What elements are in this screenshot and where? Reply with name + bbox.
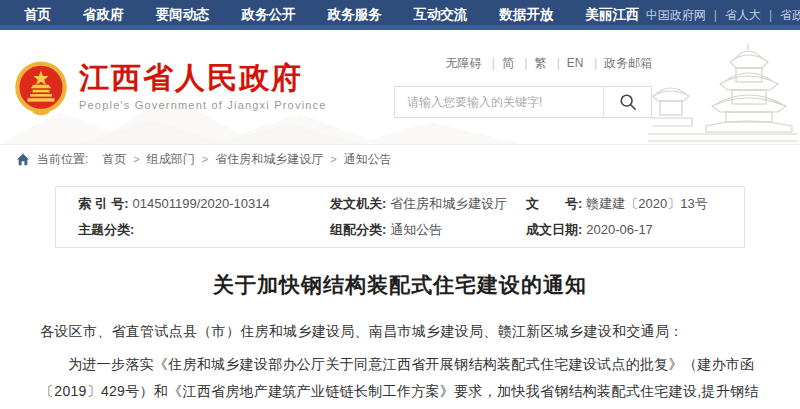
- site-header: 江西省人民政府 People's Government of Jiangxi P…: [0, 30, 800, 144]
- pavilion-sketch: [648, 38, 798, 144]
- site-logo[interactable]: 江西省人民政府 People's Government of Jiangxi P…: [14, 60, 327, 118]
- document-title: 关于加快钢结构装配式住宅建设的通知: [40, 270, 760, 300]
- quick-links: 无障碍 简 繁 EN 政务邮箱: [394, 56, 652, 70]
- search-button[interactable]: [603, 87, 651, 117]
- meta-document-number: 文 号:赣建建〔2020〕13号: [526, 191, 744, 217]
- meta-subject-category: 主题分类:: [78, 217, 330, 243]
- meta-index-number: 索 引 号:014501199/2020-10314: [78, 191, 330, 217]
- meta-group-category: 组配分类:通知公告: [330, 217, 526, 243]
- link-simplified-chinese[interactable]: 简: [485, 56, 514, 70]
- meta-issuing-agency: 发文机关:省住房和城乡建设厅: [330, 191, 526, 217]
- link-accessibility[interactable]: 无障碍: [445, 56, 481, 70]
- document-meta-table: 索 引 号:014501199/2020-10314 发文机关:省住房和城乡建设…: [55, 186, 745, 248]
- nav-item-open-data[interactable]: 数据开放: [484, 6, 570, 24]
- breadcrumb-item-home[interactable]: 首页: [102, 151, 126, 168]
- meta-issue-date: 成文日期:2020-06-17: [526, 217, 744, 243]
- nav-item-news[interactable]: 要闻动态: [140, 6, 226, 24]
- nav-item-interaction[interactable]: 互动交流: [398, 6, 484, 24]
- national-emblem-icon: [14, 60, 68, 118]
- nav-item-home[interactable]: 首页: [8, 6, 67, 24]
- site-title-english: People's Government of Jiangxi Province: [79, 99, 327, 111]
- link-gov-mailbox[interactable]: 政务邮箱: [587, 56, 652, 70]
- breadcrumb-item-housing-dept[interactable]: 省住房和城乡建设厅: [195, 151, 323, 168]
- home-icon: [16, 153, 30, 166]
- nav-item-provincial-gov[interactable]: 省政府: [67, 6, 140, 24]
- search-icon: [619, 93, 637, 111]
- header-right-tools: 无障碍 简 繁 EN 政务邮箱: [394, 56, 652, 118]
- breadcrumb: 当前位置: 首页 组成部门 省住房和城乡建设厅 通知公告: [0, 144, 800, 174]
- top-nav-bar: 首页 省政府 要闻动态 政务公开 政务服务 互动交流 数据开放 美丽江西 中国政…: [0, 0, 800, 30]
- search-box: [394, 86, 652, 118]
- breadcrumb-item-notices[interactable]: 通知公告: [323, 151, 391, 168]
- document-content: 索 引 号:014501199/2020-10314 发文机关:省住房和城乡建设…: [40, 186, 760, 409]
- paragraph-salutation: 各设区市、省直管试点县（市）住房和城乡建设局、南昌市城乡建设局、赣江新区城乡建设…: [40, 318, 760, 345]
- breadcrumb-item-departments[interactable]: 组成部门: [126, 151, 194, 168]
- paragraph-intro: 为进一步落实《住房和城乡建设部办公厅关于同意江西省开展钢结构装配式住宅建设试点的…: [40, 351, 760, 409]
- link-provincial-peoples-congress[interactable]: 省人大: [706, 7, 761, 24]
- link-china-gov[interactable]: 中国政府网: [646, 7, 706, 24]
- site-title: 江西省人民政府: [79, 60, 327, 96]
- nav-item-gov-affairs-open[interactable]: 政务公开: [226, 6, 312, 24]
- document-body: 各设区市、省直管试点县（市）住房和城乡建设局、南昌市城乡建设局、赣江新区城乡建设…: [40, 318, 760, 409]
- link-provincial-cppcc[interactable]: 省政协: [761, 7, 800, 24]
- link-traditional-chinese[interactable]: 繁: [517, 56, 546, 70]
- search-input[interactable]: [395, 87, 603, 117]
- breadcrumb-label: 当前位置:: [37, 151, 88, 168]
- site-title-block: 江西省人民政府 People's Government of Jiangxi P…: [79, 60, 327, 111]
- link-english[interactable]: EN: [550, 56, 584, 70]
- nav-item-gov-services[interactable]: 政务服务: [312, 6, 398, 24]
- nav-item-beautiful-jiangxi[interactable]: 美丽江西: [570, 6, 656, 24]
